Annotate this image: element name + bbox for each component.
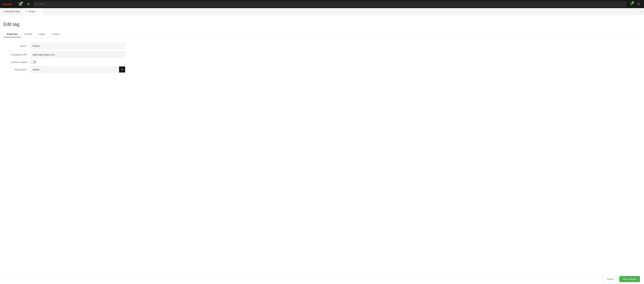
tab-pages[interactable]: Pages xyxy=(36,31,48,37)
tab-eloqua-close[interactable]: × xyxy=(38,10,40,13)
tag-location-wrapper: ▾ xyxy=(30,66,125,72)
apps-badge: 0 xyxy=(21,1,23,4)
tab-cookies[interactable]: Cookies xyxy=(48,31,63,37)
dashboard-url-label: Dashboard URL xyxy=(4,54,30,56)
tag-location-required: * xyxy=(26,68,27,71)
svg-line-12 xyxy=(37,4,38,5)
tab-content[interactable]: Content xyxy=(21,31,36,37)
name-input[interactable] xyxy=(30,43,125,49)
favorites-button[interactable] xyxy=(25,1,32,8)
tag-location-dropdown-button[interactable]: ▾ xyxy=(119,66,125,72)
form-tabs: Properties Content Pages Cookies xyxy=(4,31,640,37)
svg-rect-4 xyxy=(19,4,20,4)
search-icon xyxy=(35,3,38,5)
svg-point-13 xyxy=(638,3,639,4)
svg-text:magnolia: magnolia xyxy=(2,3,12,6)
active-on-author-row: Active on author xyxy=(4,60,132,64)
notifications-badge: 1 xyxy=(632,1,634,4)
active-on-author-toggle[interactable] xyxy=(30,60,36,64)
user-button[interactable] xyxy=(635,1,642,8)
tab-marketing-tags[interactable]: ≡ Marketing Tags xyxy=(0,8,23,15)
tab-marketing-tags-label: Marketing Tags xyxy=(5,10,20,13)
name-row: Name* xyxy=(4,43,132,49)
dashboard-url-input[interactable] xyxy=(30,52,125,58)
tag-location-row: Tag location* ▾ xyxy=(4,66,132,72)
star-icon xyxy=(27,2,30,6)
name-required: * xyxy=(26,45,27,47)
tab-bar-end: × xyxy=(640,10,644,13)
tab-properties[interactable]: Properties xyxy=(4,31,21,37)
tab-eloqua[interactable]: ✎ Eloqua × xyxy=(23,8,43,15)
page-content: Edit tag Properties Content Pages Cookie… xyxy=(0,15,644,284)
save-changes-button[interactable]: Save changes xyxy=(619,276,640,282)
logo-area[interactable]: magnolia xyxy=(2,2,16,6)
search-bar[interactable] xyxy=(33,1,626,7)
svg-rect-1 xyxy=(19,3,20,4)
name-label: Name* xyxy=(4,45,30,47)
apps-button[interactable]: 0 xyxy=(17,1,24,8)
tag-location-input[interactable] xyxy=(30,66,119,72)
svg-marker-10 xyxy=(27,3,30,6)
search-input[interactable] xyxy=(39,3,624,6)
chevron-down-icon: ▾ xyxy=(122,68,123,71)
cancel-button[interactable]: Cancel xyxy=(603,276,617,282)
active-on-author-label: Active on author xyxy=(4,61,30,64)
svg-rect-9 xyxy=(21,5,22,6)
action-bar: Cancel Save changes xyxy=(0,274,644,284)
svg-rect-7 xyxy=(19,5,20,6)
tag-location-label: Tag location* xyxy=(4,68,30,71)
svg-rect-6 xyxy=(21,4,22,4)
svg-rect-5 xyxy=(20,4,21,4)
svg-point-11 xyxy=(36,3,37,4)
top-navigation: magnolia 0 xyxy=(0,0,644,8)
edit-icon: ✎ xyxy=(26,10,28,13)
tab-bar-close-button[interactable]: × xyxy=(640,10,643,14)
magnolia-logo: magnolia xyxy=(2,2,12,6)
tab-eloqua-label: Eloqua xyxy=(28,10,35,13)
tab-bar: ≡ Marketing Tags ✎ Eloqua × × xyxy=(0,8,644,15)
marketing-tags-icon: ≡ xyxy=(3,10,4,13)
page-title: Edit tag xyxy=(4,22,640,27)
notifications-button[interactable]: 1 xyxy=(628,1,634,8)
form-body: Name* Dashboard URL Active on author Tag… xyxy=(4,43,132,72)
svg-rect-8 xyxy=(20,5,21,6)
nav-right: 1 xyxy=(628,1,642,8)
user-icon xyxy=(637,2,640,6)
dashboard-url-row: Dashboard URL xyxy=(4,52,132,58)
